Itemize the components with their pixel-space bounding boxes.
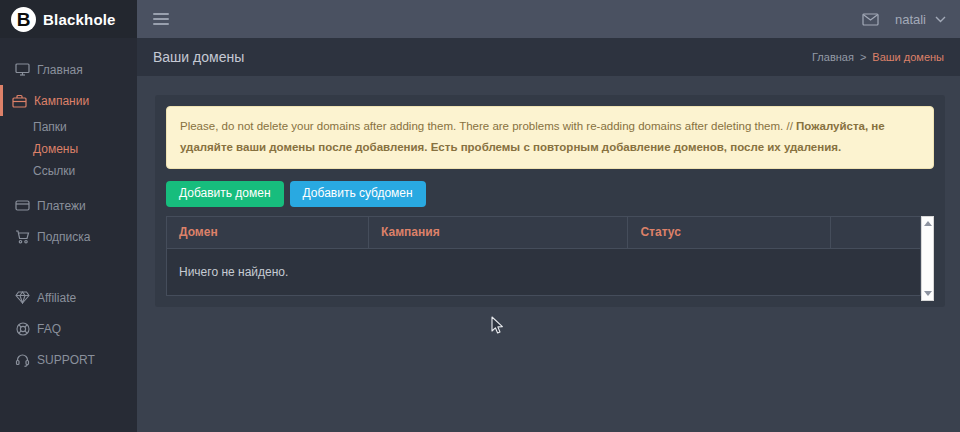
sidebar-item-faq[interactable]: FAQ: [0, 313, 137, 344]
sidebar-item-campaigns[interactable]: Кампании: [0, 85, 137, 116]
titlebar: Ваши домены Главная > Ваши домены: [137, 38, 960, 76]
table-header-row: Домен Кампания Статус: [167, 216, 921, 248]
domains-table: Домен Кампания Статус Ничего не найдено.: [166, 216, 921, 296]
brand-logo[interactable]: B Blackhole: [0, 0, 137, 38]
alert-text-en: Please, do not delete your domains after…: [180, 120, 793, 132]
sidebar-item-domains[interactable]: Домены: [0, 138, 137, 160]
monitor-icon: [15, 62, 30, 77]
credit-card-icon: [15, 198, 30, 213]
headset-icon: [15, 352, 30, 367]
domains-table-wrap: Домен Кампания Статус Ничего не найдено.: [166, 216, 934, 296]
gem-icon: [15, 290, 30, 305]
sidebar-item-folders[interactable]: Папки: [0, 116, 137, 138]
envelope-icon[interactable]: [862, 13, 879, 26]
main-content: Please, do not delete your domains after…: [137, 76, 960, 432]
sidebar-item-label: Ссылки: [33, 164, 75, 178]
sidebar-nav: Главная Кампании Папки Домены Ссылки: [0, 38, 137, 375]
column-header-status[interactable]: Статус: [628, 216, 831, 248]
table-scrollbar[interactable]: [921, 216, 934, 301]
breadcrumb-separator: >: [860, 51, 866, 63]
chevron-down-icon: [935, 16, 946, 23]
empty-table-message: Ничего не найдено.: [167, 248, 921, 295]
sidebar-item-affiliate[interactable]: Affiliate: [0, 282, 137, 313]
scroll-down-icon[interactable]: [924, 291, 932, 296]
toolbar: Добавить домен Добавить субдомен: [166, 181, 934, 206]
sidebar-item-label: Кампании: [34, 94, 89, 108]
brand-name: Blackhole: [43, 11, 116, 28]
sidebar-item-support[interactable]: SUPPORT: [0, 344, 137, 375]
add-domain-button[interactable]: Добавить домен: [166, 181, 284, 206]
column-header-actions: [831, 216, 921, 248]
user-name: natali: [895, 12, 926, 27]
hamburger-icon[interactable]: [151, 9, 171, 29]
page-title: Ваши домены: [153, 49, 244, 65]
cart-icon: [15, 229, 30, 244]
sidebar-item-label: Affiliate: [37, 291, 76, 305]
lifebuoy-icon: [15, 321, 30, 336]
sidebar-item-label: Домены: [33, 142, 78, 156]
warning-alert: Please, do not delete your domains after…: [166, 106, 934, 169]
sidebar-item-payments[interactable]: Платежи: [0, 190, 137, 221]
breadcrumb: Главная > Ваши домены: [812, 51, 944, 63]
user-menu[interactable]: natali: [895, 12, 946, 27]
topbar: natali: [137, 0, 960, 38]
scroll-up-icon[interactable]: [924, 221, 932, 226]
breadcrumb-current: Ваши домены: [872, 51, 944, 63]
sidebar-item-links[interactable]: Ссылки: [0, 160, 137, 182]
sidebar-item-label: Платежи: [37, 199, 86, 213]
table-row: Ничего не найдено.: [167, 248, 921, 295]
sidebar-item-home[interactable]: Главная: [0, 54, 137, 85]
breadcrumb-home-link[interactable]: Главная: [812, 51, 854, 63]
column-header-domain[interactable]: Домен: [167, 216, 369, 248]
content-panel: Please, do not delete your domains after…: [155, 95, 945, 307]
column-header-campaign[interactable]: Кампания: [369, 216, 628, 248]
sidebar-item-label: FAQ: [37, 322, 61, 336]
sidebar: B Blackhole Главная Кампании Папки Домен…: [0, 0, 137, 432]
add-subdomain-button[interactable]: Добавить субдомен: [290, 181, 426, 206]
sidebar-item-label: SUPPORT: [37, 353, 95, 367]
sidebar-item-subscription[interactable]: Подписка: [0, 221, 137, 252]
brand-logo-icon: B: [11, 7, 36, 32]
sidebar-item-label: Папки: [33, 120, 67, 134]
sidebar-item-label: Подписка: [37, 230, 90, 244]
briefcase-icon: [12, 93, 27, 108]
sidebar-item-label: Главная: [37, 63, 83, 77]
